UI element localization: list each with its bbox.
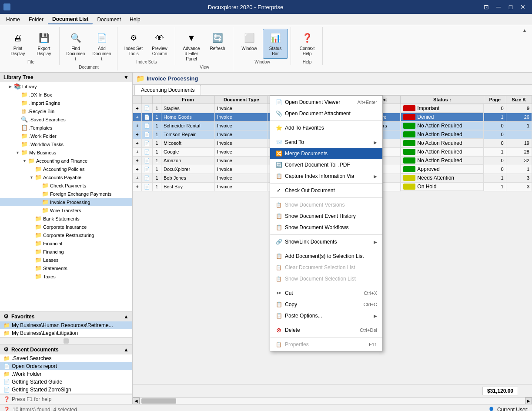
tree-item-accounting[interactable]: ▼ 📁 Accounting and Finance xyxy=(0,157,132,165)
tree-item-corporate-insurance[interactable]: ▶ 📁 Corporate Insurance xyxy=(0,223,132,231)
tree-item-taxes[interactable]: ▶ 📁 Taxes xyxy=(0,272,132,281)
col-size[interactable]: Size K xyxy=(506,96,532,104)
ctx-item-left-send-to: 📨Send To xyxy=(275,139,304,146)
context-menu-item-show-event-history[interactable]: 📋Show Document Event History xyxy=(270,211,382,222)
tree-item-leases[interactable]: ▶ 📁 Leases xyxy=(0,256,132,264)
window-close-btn[interactable]: ✕ xyxy=(517,1,529,13)
tree-item-saved-searches[interactable]: ▶ 🔍 .Saved Searches xyxy=(0,115,132,124)
tree-item-recycle-bin[interactable]: ▶ 🗑 .Recycle Bin xyxy=(0,107,132,115)
context-menu-item-show-workflows[interactable]: 📋Show Document Workflows xyxy=(270,222,382,233)
tree-item-financial[interactable]: ▶ 📁 Financial xyxy=(0,239,132,247)
tree-item-templates[interactable]: ▶ 📋 .Templates xyxy=(0,124,132,132)
col-doc-type[interactable]: Document Type xyxy=(215,96,268,104)
tree-item-foreign-exchange[interactable]: ▶ 📁 Foreign Exchange Payments xyxy=(0,190,132,198)
context-menu-item-copy[interactable]: 📋CopyCtrl+C xyxy=(270,299,382,310)
tree-item-wire-transfers[interactable]: ▶ 📁 Wire Transfers xyxy=(0,206,132,214)
context-menu-item-convert-document[interactable]: 🔄Convert Document To: .PDF xyxy=(270,159,382,170)
row-status: Denied xyxy=(401,113,484,121)
tree-item-statements[interactable]: ▶ 📁 Statements xyxy=(0,264,132,272)
menu-document-list[interactable]: Document List xyxy=(48,15,93,24)
doc-tab-accounting[interactable]: Accounting Documents xyxy=(134,85,201,95)
context-help-button[interactable]: ❓ Context Help xyxy=(294,29,320,59)
fav-item-1[interactable]: 📁 My Business\Legal\Litigation xyxy=(0,329,132,337)
window-maximize-btn[interactable]: □ xyxy=(505,1,516,13)
context-menu-item-send-to[interactable]: 📨Send To▶ xyxy=(270,137,382,148)
recent-item-1[interactable]: 📄 Open Orders report xyxy=(0,362,132,370)
context-menu-item-add-selection[interactable]: 📋Add Document(s) to Selection List xyxy=(270,251,382,262)
row-expand[interactable]: + xyxy=(133,113,142,121)
ribbon-help-label: Help xyxy=(294,59,320,65)
tree-item-import-engine[interactable]: ▶ 📁 .Import Engine xyxy=(0,99,132,107)
row-expand[interactable]: + xyxy=(133,174,142,182)
context-menu-item-merge-documents[interactable]: 🔀Merge Documents xyxy=(270,148,382,159)
row-expand[interactable]: + xyxy=(133,121,142,130)
row-expand[interactable]: + xyxy=(133,147,142,156)
tree-item-corporate-restructuring[interactable]: ▶ 📁 Corporate Restructuring xyxy=(0,231,132,239)
fav-item-0[interactable]: 📁 My Business\Human Resources\Retireme..… xyxy=(0,321,132,329)
index-set-tools-button[interactable]: ⚙ Index Set Tools xyxy=(121,29,146,59)
favorites-header[interactable]: ⚙ Favorites ▲ xyxy=(0,311,132,321)
row-expand[interactable]: + xyxy=(133,165,142,174)
add-document-button[interactable]: 📄 Add Document xyxy=(89,29,114,64)
status-bar-button[interactable]: 📊 Status Bar xyxy=(263,29,288,59)
recent-item-3[interactable]: 📄 Getting Started Guide xyxy=(0,378,132,386)
context-menu-item-capture-index[interactable]: 📋Capture Index Information Via▶ xyxy=(270,170,382,182)
tree-item-dx-in-box[interactable]: ▶ 📁 .DX In Box xyxy=(0,90,132,99)
row-page: 0 xyxy=(484,139,506,147)
tree-item-my-business[interactable]: ▼ 📁 My Business xyxy=(0,148,132,157)
print-display-button[interactable]: 🖨 Print Display xyxy=(5,29,30,59)
tree-item-accounting-policies[interactable]: ▶ 📁 Accounting Policies xyxy=(0,165,132,173)
menu-help[interactable]: Help xyxy=(125,15,145,24)
col-status[interactable]: Status ↕ xyxy=(401,96,484,104)
row-expand[interactable]: + xyxy=(133,104,142,113)
tree-item-workflow-tasks[interactable]: ▶ 📁 .Workflow Tasks xyxy=(0,140,132,148)
context-menu-item-cut[interactable]: ✂CutCtrl+X xyxy=(270,287,382,299)
context-menu-item-add-favorites[interactable]: ⭐Add To Favorites xyxy=(270,122,382,134)
col-page[interactable]: Page xyxy=(484,96,506,104)
menu-folder[interactable]: Folder xyxy=(24,15,48,24)
row-expand[interactable]: + xyxy=(133,182,142,191)
window-restore-btn[interactable]: ⊡ xyxy=(481,1,492,13)
context-menu-item-open-viewer[interactable]: 📄Open Document ViewerAlt+Enter xyxy=(270,97,382,108)
tree-item-human-resources[interactable]: ▶ 📁 Human Resources xyxy=(0,281,132,282)
ribbon-collapse-btn[interactable]: ▲ xyxy=(520,27,529,33)
tree-item-bank-statements[interactable]: ▶ 📁 Bank Statements xyxy=(0,214,132,223)
tree-item-invoice-processing[interactable]: ▶ 📁 Invoice Processing xyxy=(0,198,132,206)
table-wrapper[interactable]: From Document Type Document Date Amount … xyxy=(133,95,532,384)
scroll-right-btn[interactable]: ► xyxy=(525,398,532,404)
context-menu-item-checkout-document[interactable]: ✓Check Out Document xyxy=(270,185,382,196)
library-tree-content[interactable]: ▶ 📚 Library ▶ 📁 .DX In Box ▶ xyxy=(0,82,132,282)
window-minimize-btn[interactable]: ─ xyxy=(493,1,504,13)
tree-item-check-payments[interactable]: ▶ 📁 Check Payments xyxy=(0,181,132,190)
scroll-track-h[interactable] xyxy=(140,398,525,404)
find-document-button[interactable]: 🔍 Find Document xyxy=(63,29,88,64)
favorites-scrollbar[interactable] xyxy=(0,337,132,344)
context-menu-item-open-attachment[interactable]: 📎Open Document Attachment xyxy=(270,108,382,119)
context-menu-item-paste-options[interactable]: 📋Paste Options...▶ xyxy=(270,310,382,321)
tree-item-library[interactable]: ▶ 📚 Library xyxy=(0,82,132,90)
context-menu-item-show-link[interactable]: 🔗Show/Link Documents▶ xyxy=(270,236,382,247)
menu-document[interactable]: Document xyxy=(93,15,125,24)
recent-item-4[interactable]: 📄 Getting Started ZorroSign xyxy=(0,386,132,394)
col-from[interactable]: From xyxy=(161,96,215,104)
tree-item-financing[interactable]: ▶ 📁 Financing xyxy=(0,247,132,256)
row-expand[interactable]: + xyxy=(133,139,142,147)
scroll-left-btn[interactable]: ◄ xyxy=(133,398,140,404)
tree-item-accounts-payable[interactable]: ▼ 📁 Accounts Payable xyxy=(0,173,132,181)
export-display-button[interactable]: 💾 Export Display xyxy=(31,29,57,59)
recent-item-2[interactable]: 📁 .Work Folder xyxy=(0,370,132,378)
recent-header[interactable]: ⚙ Recent Documents ▲ xyxy=(0,344,132,354)
preview-column-button[interactable]: 👁 Preview Column xyxy=(147,29,172,59)
library-tree-header[interactable]: Library Tree ▼ xyxy=(0,73,132,82)
refresh-button[interactable]: 🔄 Refresh xyxy=(205,29,230,58)
window-button[interactable]: ⬜ Window xyxy=(237,29,262,58)
ap2-arrow: ▶ xyxy=(30,167,35,171)
recent-item-0[interactable]: 📁 .Saved Searches xyxy=(0,354,132,362)
tree-item-work-folder[interactable]: ▶ 📁 .Work Folder xyxy=(0,132,132,140)
row-expand[interactable]: + xyxy=(133,130,142,139)
row-expand[interactable]: + xyxy=(133,156,142,165)
horizontal-scrollbar[interactable]: ◄ ► xyxy=(133,397,532,404)
advanced-filter-button[interactable]: ▼ Advanced Filter Panel xyxy=(179,29,204,64)
context-menu-item-delete[interactable]: ⊗DeleteCtrl+Del xyxy=(270,324,382,336)
menu-home[interactable]: Home xyxy=(2,15,24,24)
